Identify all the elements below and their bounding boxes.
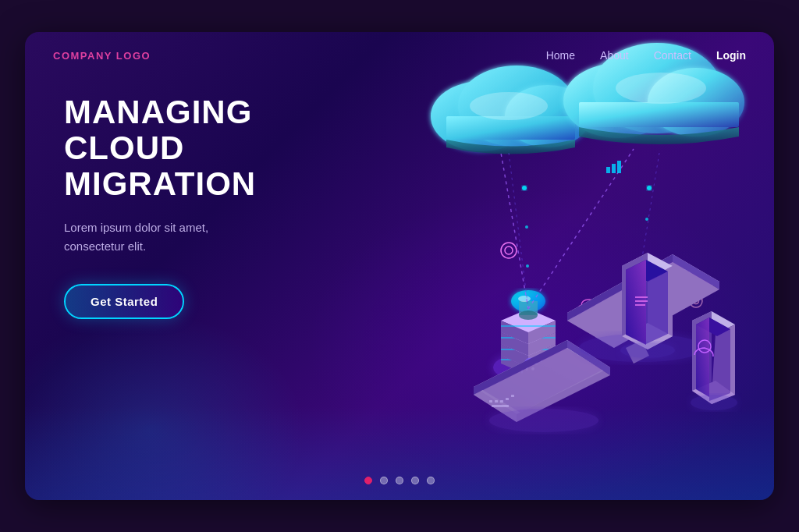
- svg-rect-26: [495, 400, 498, 403]
- svg-rect-27: [500, 400, 503, 403]
- svg-line-15: [501, 153, 528, 309]
- svg-point-18: [505, 246, 513, 254]
- svg-line-50: [641, 153, 659, 262]
- svg-point-53: [526, 264, 529, 268]
- hero-card: COMPANY LOGO Home About Contact Login MA…: [25, 32, 774, 500]
- page-wrapper: COMPANY LOGO Home About Contact Login MA…: [0, 0, 799, 532]
- svg-point-48: [620, 342, 675, 358]
- svg-point-51: [522, 186, 527, 190]
- svg-point-52: [525, 225, 528, 229]
- pagination: [364, 477, 435, 484]
- svg-rect-29: [511, 395, 514, 397]
- svg-point-9: [616, 73, 706, 104]
- company-logo: COMPANY LOGO: [53, 50, 151, 62]
- svg-rect-30: [492, 405, 509, 407]
- pagination-dot-4[interactable]: [411, 477, 419, 484]
- svg-rect-25: [489, 400, 492, 403]
- svg-rect-20: [612, 164, 616, 173]
- svg-point-13: [519, 310, 538, 320]
- hero-title-line1: MANAGING: [64, 94, 252, 130]
- pagination-dot-5[interactable]: [427, 477, 435, 484]
- svg-point-31: [489, 409, 598, 432]
- pagination-dot-2[interactable]: [380, 477, 388, 484]
- svg-line-49: [509, 153, 528, 309]
- nav-login[interactable]: Login: [716, 49, 746, 62]
- navbar: COMPANY LOGO Home About Contact Login: [25, 32, 774, 62]
- svg-rect-21: [617, 161, 621, 173]
- nav-contact[interactable]: Contact: [654, 49, 691, 62]
- hero-title: MANAGING CLOUD MIGRATION: [64, 94, 360, 203]
- hero-illustration: [337, 32, 774, 500]
- get-started-button[interactable]: Get Started: [64, 284, 184, 319]
- svg-rect-19: [606, 167, 610, 173]
- hero-content: MANAGING CLOUD MIGRATION Lorem ipsum dol…: [64, 94, 360, 319]
- pagination-dot-1[interactable]: [364, 477, 372, 484]
- svg-point-17: [501, 243, 517, 258]
- svg-rect-28: [506, 398, 509, 400]
- nav-home[interactable]: Home: [546, 49, 575, 62]
- hero-subtitle: Lorem ipsum dolor sit amet,consectetur e…: [64, 218, 360, 256]
- get-started-label: Get Started: [91, 295, 158, 308]
- pagination-dot-3[interactable]: [396, 477, 403, 484]
- svg-point-14: [518, 296, 531, 302]
- svg-point-4: [470, 92, 548, 120]
- nav-links: Home About Contact Login: [546, 49, 746, 62]
- hero-title-line2: CLOUD MIGRATION: [64, 129, 256, 202]
- nav-about[interactable]: About: [600, 49, 629, 62]
- svg-rect-8: [579, 102, 739, 127]
- svg-point-54: [647, 186, 652, 190]
- svg-point-55: [645, 218, 648, 221]
- svg-point-44: [691, 395, 737, 410]
